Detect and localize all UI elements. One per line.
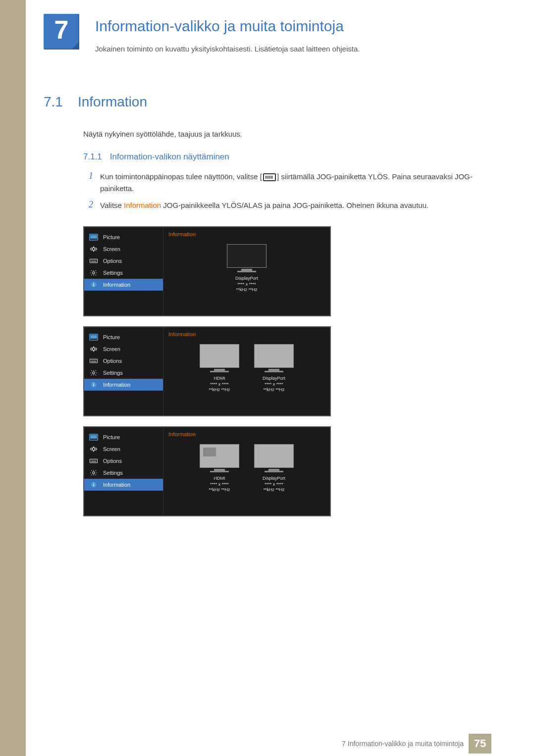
monitor-icon: [254, 344, 294, 368]
menu-icon: [263, 173, 276, 181]
svg-rect-7: [93, 284, 94, 286]
osd-content: InformationDisplayPort**** x ******kHz *…: [163, 227, 330, 315]
step-number: 2: [83, 200, 93, 211]
svg-rect-19: [90, 435, 97, 439]
footer-text: 7 Information-valikko ja muita toimintoj…: [342, 740, 464, 748]
step-number: 1: [83, 171, 93, 195]
osd-menu-item: Options: [84, 255, 163, 267]
osd-menu-label: Settings: [103, 270, 123, 276]
svg-rect-10: [90, 335, 97, 339]
monitor-stand-icon: [214, 369, 225, 371]
osd-menu-label: Screen: [103, 246, 120, 252]
osd-panel: PictureScreenOptionsSettingsInformationI…: [83, 326, 331, 416]
osd-content: InformationHDMI**** x ******kHz **HzDisp…: [163, 327, 330, 415]
osd-menu: PictureScreenOptionsSettingsInformation: [84, 427, 163, 515]
monitor-stand-icon: [241, 269, 252, 271]
monitor-stand-icon: [268, 369, 279, 371]
osd-menu-item: Screen: [84, 443, 163, 455]
osd-panel: PictureScreenOptionsSettingsInformationI…: [83, 426, 331, 516]
page-footer: 7 Information-valikko ja muita toimintoj…: [0, 731, 535, 756]
osd-menu-label: Screen: [103, 346, 120, 352]
monitor-info: HDMI**** x ******kHz **Hz: [200, 444, 239, 493]
section-title: Information: [78, 94, 147, 110]
step-1-pre: Kun toimintonäppäinopas tulee näyttöön, …: [100, 172, 262, 181]
options-icon: [89, 457, 98, 464]
osd-menu: PictureScreenOptionsSettingsInformation: [84, 227, 163, 315]
monitor-icon: [227, 244, 267, 268]
svg-rect-25: [93, 484, 94, 486]
svg-rect-17: [93, 383, 94, 384]
osd-menu-label: Picture: [103, 434, 120, 440]
osd-menu-label: Information: [103, 482, 130, 488]
osd-menu-item: Screen: [84, 243, 163, 255]
osd-panel: PictureScreenOptionsSettingsInformationI…: [83, 226, 331, 316]
monitor-info: DisplayPort**** x ******kHz **Hz: [254, 344, 294, 393]
monitor-icon: [200, 444, 239, 468]
osd-menu-label: Settings: [103, 470, 123, 476]
osd-menu-item: Screen: [84, 343, 163, 355]
osd-menu-label: Options: [103, 258, 122, 264]
settings-icon: [89, 469, 98, 476]
step-2-bold: Information: [124, 201, 161, 209]
monitor-stand-icon: [268, 469, 279, 471]
svg-point-23: [93, 472, 95, 474]
osd-monitor-row: HDMI**** x ******kHz **HzDisplayPort****…: [168, 444, 325, 493]
monitor-info: DisplayPort**** x ******kHz **Hz: [254, 444, 294, 493]
screen-icon: [89, 346, 98, 353]
picture-icon: [89, 234, 98, 241]
osd-menu-item: Picture: [84, 331, 163, 343]
steps-list: 1 Kun toimintonäppäinopas tulee näyttöön…: [83, 171, 475, 211]
osd-menu-item: Information: [84, 479, 163, 491]
osd-menu-item: Options: [84, 455, 163, 467]
osd-menu-label: Information: [103, 282, 130, 288]
step-2: 2 Valitse Information JOG-painikkeella Y…: [83, 200, 475, 211]
info-icon: [89, 381, 98, 388]
step-text: Kun toimintonäppäinopas tulee näyttöön, …: [100, 171, 475, 195]
osd-menu-item: Information: [84, 379, 163, 391]
osd-content: InformationHDMI**** x ******kHz **HzDisp…: [163, 427, 330, 515]
svg-rect-20: [90, 459, 98, 463]
osd-menu: PictureScreenOptionsSettingsInformation: [84, 327, 163, 415]
monitor-label: DisplayPort**** x ******kHz **Hz: [235, 276, 258, 293]
svg-rect-2: [90, 259, 98, 263]
subsection-number: 7.1.1: [83, 152, 102, 162]
osd-menu-item: Options: [84, 355, 163, 367]
svg-rect-1: [90, 235, 97, 239]
corner-fold-icon: [71, 42, 79, 50]
subsection-title: Information-valikon näyttäminen: [110, 152, 229, 162]
osd-menu-item: Information: [84, 279, 163, 291]
subsection-heading: 7.1.1 Information-valikon näyttäminen: [83, 152, 475, 162]
section-heading: 7.1 Information: [44, 94, 475, 110]
chapter-number-box: 7: [44, 14, 79, 50]
osd-content-title: Information: [168, 431, 325, 437]
step-2-a: Valitse: [100, 201, 124, 209]
info-icon: [89, 281, 98, 288]
settings-icon: [89, 269, 98, 276]
osd-menu-label: Settings: [103, 370, 123, 376]
osd-menu-item: Picture: [84, 231, 163, 243]
osd-content-title: Information: [168, 331, 325, 337]
osd-menu-label: Picture: [103, 334, 120, 340]
options-icon: [89, 357, 98, 364]
svg-point-5: [93, 272, 95, 274]
chapter-number: 7: [54, 15, 69, 45]
section-body: 7.1 Information Näytä nykyinen syöttöläh…: [44, 94, 475, 526]
osd-monitor-row: DisplayPort**** x ******kHz **Hz: [168, 244, 325, 293]
osd-menu-label: Information: [103, 382, 130, 388]
screen-icon: [89, 446, 98, 453]
monitor-info: HDMI**** x ******kHz **Hz: [200, 344, 239, 393]
monitor-stand-icon: [214, 469, 225, 471]
options-icon: [89, 257, 98, 264]
sidebar-strip: [0, 0, 26, 756]
chapter-subtitle: Jokainen toiminto on kuvattu yksityiskoh…: [95, 45, 360, 53]
monitor-label: HDMI**** x ******kHz **Hz: [209, 376, 230, 393]
svg-rect-26: [93, 483, 94, 484]
osd-screenshot-group: PictureScreenOptionsSettingsInformationI…: [83, 226, 331, 516]
monitor-icon: [254, 444, 294, 468]
monitor-label: DisplayPort**** x ******kHz **Hz: [263, 476, 285, 493]
osd-menu-item: Settings: [84, 267, 163, 279]
osd-menu-label: Options: [103, 358, 122, 364]
section-number: 7.1: [44, 94, 63, 110]
pip-window-icon: [203, 448, 216, 456]
svg-rect-8: [93, 283, 94, 284]
